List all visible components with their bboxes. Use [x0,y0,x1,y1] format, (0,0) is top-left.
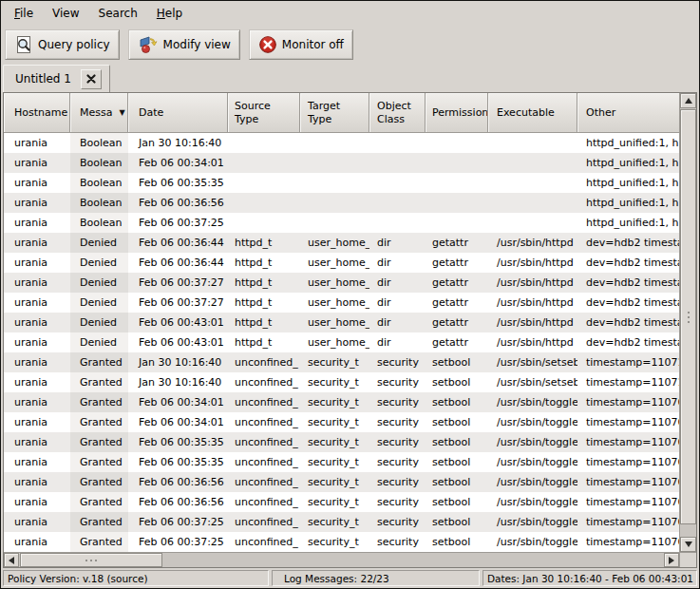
cell-message: Denied [70,313,128,332]
cell-other: timestamp=11076 [577,472,679,492]
table-row[interactable]: uraniaDeniedFeb 06 00:43:01httpd_tuser_h… [4,313,679,332]
column-header-executable[interactable]: Executable [488,93,577,133]
cell-executable [488,213,577,233]
cell-other: dev=hdb2 timesta [577,273,679,293]
scroll-right-button[interactable] [664,553,679,567]
table-row[interactable]: uraniaGrantedFeb 06 00:36:56unconfined_s… [4,472,679,492]
cell-date: Feb 06 00:43:01 [128,313,228,332]
table-row[interactable]: uraniaBooleanFeb 06 00:36:56httpd_unifie… [4,193,679,213]
cell-object-class: dir [369,313,426,332]
table-row[interactable]: uraniaGrantedFeb 06 00:37:25unconfined_s… [4,532,679,552]
cell-object-class: dir [369,233,426,253]
cell-other: dev=hdb2 timesta [577,313,679,332]
table-row[interactable]: uraniaGrantedFeb 06 00:35:35unconfined_s… [4,432,679,452]
tab-close-button[interactable] [81,69,102,89]
column-header-permission[interactable]: Permission [426,93,488,133]
table-row[interactable]: uraniaBooleanJan 30 10:16:40httpd_unifie… [4,133,679,153]
seaudit-window: FileViewSearchHelp Query policy [0,0,700,589]
cell-message: Boolean [70,173,128,193]
table-row[interactable]: uraniaDeniedFeb 06 00:36:44httpd_tuser_h… [4,233,679,253]
table-row[interactable]: uraniaDeniedFeb 06 00:37:27httpd_tuser_h… [4,273,679,293]
cell-other: dev=hdb2 timesta [577,233,679,253]
log-grid: HostnameMessa▼DateSource TypeTarget Type… [4,93,679,552]
menubar: FileViewSearchHelp [1,1,699,26]
menu-help[interactable]: Help [147,2,192,25]
vertical-scroll-thumb[interactable] [680,109,696,524]
cell-date: Jan 30 10:16:40 [128,372,228,392]
horizontal-scroll-trough[interactable] [19,553,664,567]
statusbar-policy-version: Policy Version: v.18 (source) [3,570,269,586]
table-row[interactable]: uraniaBooleanFeb 06 00:37:25httpd_unifie… [4,213,679,233]
vertical-scrollbar[interactable] [679,93,696,552]
table-row[interactable]: uraniaBooleanFeb 06 00:35:35httpd_unifie… [4,173,679,193]
tab-untitled-1[interactable]: Untitled 1 [3,65,110,92]
menu-search[interactable]: Search [89,2,147,25]
cell-object-class [369,213,426,233]
table-row[interactable]: uraniaDeniedFeb 06 00:37:27httpd_tuser_h… [4,293,679,313]
cell-message: Denied [70,332,128,352]
menu-view[interactable]: View [43,2,88,25]
column-header-other[interactable]: Other [577,93,679,133]
cell-hostname: urania [4,432,70,452]
cell-object-class: security [369,452,426,472]
horizontal-scroll-thumb[interactable] [20,553,162,567]
cell-permission: setbool [426,352,488,372]
cell-message: Granted [70,512,128,532]
modify-view-button[interactable]: Modify view [128,29,240,60]
cell-source-type [228,133,300,153]
cell-executable: /usr/sbin/httpd [488,313,577,332]
column-header-label: Object Class [377,100,411,126]
cell-other: timestamp=11076 [577,452,679,472]
table-row[interactable]: uraniaBooleanFeb 06 00:34:01httpd_unifie… [4,153,679,173]
cell-date: Feb 06 00:37:27 [128,293,228,313]
query-policy-button[interactable]: Query policy [5,29,120,60]
horizontal-scrollbar[interactable] [4,552,679,567]
table-row[interactable]: uraniaGrantedJan 30 10:16:40unconfined_s… [4,372,679,392]
cell-message: Denied [70,273,128,293]
column-header-object-class[interactable]: Object Class [369,93,426,133]
table-row[interactable]: uraniaGrantedJan 30 10:16:40unconfined_s… [4,352,679,372]
scroll-left-button[interactable] [4,553,19,567]
table-row[interactable]: uraniaDeniedFeb 06 00:43:01httpd_tuser_h… [4,332,679,352]
cell-target-type [300,173,369,193]
column-header-target-type[interactable]: Target Type [300,93,369,133]
cell-message: Granted [70,392,128,412]
column-header-date[interactable]: Date [128,93,228,133]
column-header-label: Source Type [235,100,271,126]
cell-permission: setbool [426,432,488,452]
scroll-down-button[interactable] [680,537,696,552]
scroll-up-button[interactable] [680,93,696,108]
column-header-hostname[interactable]: Hostname [4,93,70,133]
cell-date: Feb 06 00:35:35 [128,432,228,452]
cell-other: timestamp=11076 [577,492,679,512]
column-header-message[interactable]: Messa▼ [70,93,128,133]
cell-target-type [300,193,369,213]
cell-date: Feb 06 00:36:56 [128,193,228,213]
tab-label: Untitled 1 [15,72,71,86]
cell-source-type: unconfined_ [228,472,300,492]
menu-file[interactable]: File [5,2,43,25]
monitor-off-button[interactable]: Monitor off [249,29,353,60]
cell-date: Feb 06 00:36:44 [128,253,228,273]
column-header-source-type[interactable]: Source Type [228,93,300,133]
cell-executable: /usr/sbin/toggle [488,392,577,412]
cell-other: httpd_unified:1, h [577,153,679,173]
column-header-label: Permission [432,106,488,120]
scroll-right-icon [669,557,674,564]
table-row[interactable]: uraniaGrantedFeb 06 00:35:35unconfined_s… [4,452,679,472]
toolbar: Query policy Modify view Mo [1,26,699,64]
table-row[interactable]: uraniaGrantedFeb 06 00:34:01unconfined_s… [4,412,679,432]
cell-other: httpd_unified:1, h [577,213,679,233]
cell-date: Feb 06 00:34:01 [128,392,228,412]
cell-hostname: urania [4,352,70,372]
table-row[interactable]: uraniaGrantedFeb 06 00:36:56unconfined_s… [4,492,679,512]
table-row[interactable]: uraniaGrantedFeb 06 00:37:25unconfined_s… [4,512,679,532]
cell-target-type: security_t [300,372,369,392]
table-row[interactable]: uraniaGrantedFeb 06 00:34:01unconfined_s… [4,392,679,412]
vertical-scroll-trough[interactable] [680,108,696,537]
cell-date: Feb 06 00:34:01 [128,412,228,432]
cell-other: timestamp=11076 [577,412,679,432]
cell-permission [426,173,488,193]
table-row[interactable]: uraniaDeniedFeb 06 00:36:44httpd_tuser_h… [4,253,679,273]
cell-executable: /usr/sbin/httpd [488,233,577,253]
